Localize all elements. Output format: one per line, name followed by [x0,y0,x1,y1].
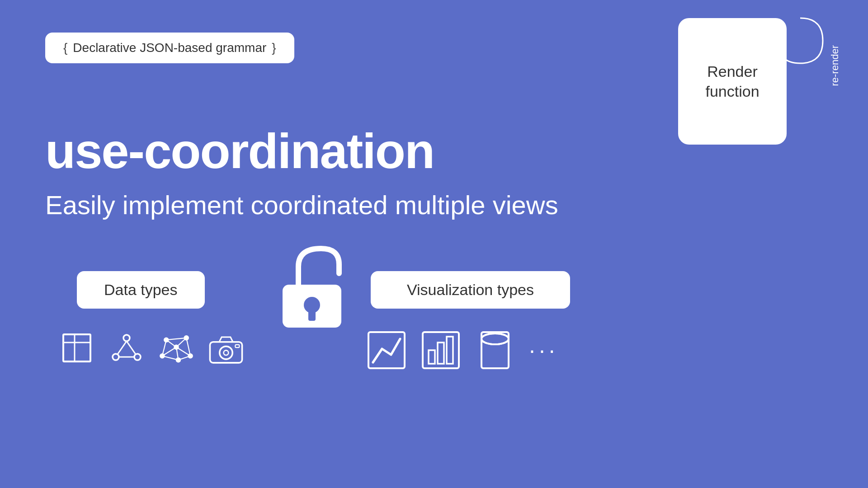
subtitle: Easily implement coordinated multiple vi… [45,190,558,220]
svg-point-5 [134,354,141,360]
right-brace-icon: } [272,41,276,55]
re-render-label: re-render [829,45,841,86]
camera-icon [208,330,244,366]
svg-line-15 [166,338,186,340]
data-type-icons [59,330,244,366]
data-types-button[interactable]: Data types [77,271,205,309]
visualization-types-button[interactable]: Visualization types [371,271,570,309]
mesh-icon [158,330,194,366]
json-badge: { Declarative JSON-based grammar } [45,33,294,63]
svg-line-21 [176,338,186,347]
svg-line-7 [127,341,136,354]
svg-rect-36 [447,337,453,364]
svg-point-3 [123,335,130,341]
svg-rect-28 [235,345,239,347]
padlock-unlocked-icon [276,244,348,330]
svg-line-18 [162,356,179,360]
unlock-icon [276,244,357,334]
svg-point-4 [113,354,119,360]
render-function-label: Renderfunction [705,61,759,101]
network-icon [108,330,145,366]
svg-rect-0 [63,334,90,361]
main-title: use-coordination [45,122,434,179]
cylinder-icon [475,330,515,371]
svg-line-17 [178,356,190,360]
re-render-arrow-icon [773,14,827,68]
linechart-icon [366,330,407,371]
table-icon [59,330,95,366]
render-function-box: Renderfunction [678,18,787,145]
svg-point-26 [220,346,232,359]
viz-type-icons: ··· [366,330,559,371]
svg-rect-31 [308,311,316,321]
more-icon: ··· [529,339,559,361]
svg-line-20 [166,340,176,347]
svg-point-30 [304,297,320,313]
svg-point-27 [224,350,229,355]
svg-line-6 [118,341,127,354]
left-brace-icon: { [63,41,67,55]
barchart-icon [420,330,461,371]
svg-rect-35 [438,343,444,364]
json-grammar-label: Declarative JSON-based grammar [73,41,266,55]
svg-rect-34 [429,350,435,364]
